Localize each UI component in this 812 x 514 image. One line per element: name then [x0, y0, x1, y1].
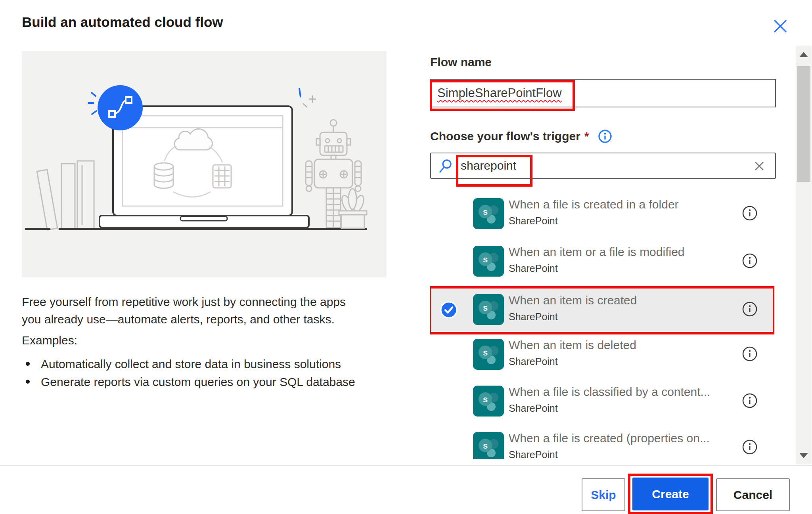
- trigger-app: SharePoint: [509, 403, 558, 414]
- trigger-row[interactable]: s When an item or a file is modified Sha…: [430, 240, 774, 283]
- dialog-description: Free yourself from repetitive work just …: [22, 293, 346, 328]
- trigger-search-input[interactable]: sharepoint: [430, 153, 776, 179]
- search-icon: [438, 159, 453, 174]
- trigger-row[interactable]: s When a file is classified by a content…: [430, 380, 774, 422]
- row-info-icon[interactable]: [742, 346, 758, 362]
- flow-name-label: Flow name: [430, 55, 492, 69]
- row-info-icon[interactable]: [742, 253, 758, 269]
- trigger-title: When a file is classified by a content..…: [509, 385, 710, 399]
- close-button[interactable]: [771, 17, 790, 36]
- required-marker: *: [584, 130, 589, 143]
- search-value: sharepoint: [461, 159, 516, 172]
- sharepoint-icon: s: [473, 386, 504, 417]
- footer-divider: [0, 465, 812, 466]
- row-info-icon[interactable]: [742, 205, 758, 221]
- svg-text:s: s: [483, 441, 488, 451]
- scrollbar-down-icon[interactable]: [799, 453, 808, 458]
- clear-search-icon[interactable]: [752, 159, 766, 173]
- example-item: Automatically collect and store data in …: [22, 355, 355, 373]
- trigger-title: When an item is deleted: [509, 338, 636, 352]
- create-annotation-box: Create: [628, 474, 713, 514]
- description-line: you already use—automate alerts, reports…: [22, 311, 346, 328]
- trigger-app: SharePoint: [509, 449, 558, 459]
- trigger-app: SharePoint: [509, 311, 558, 323]
- scrollbar[interactable]: [796, 46, 812, 464]
- trigger-app: SharePoint: [509, 215, 558, 227]
- trigger-title: When a file is created in a folder: [509, 198, 679, 211]
- scrollbar-up-icon[interactable]: [799, 52, 808, 57]
- cloud-flow-illustration: [22, 51, 387, 277]
- trigger-list: s When a file is created in a folder Sha…: [430, 191, 774, 459]
- trigger-title: When an item is created: [509, 294, 637, 307]
- trigger-title: When an item or a file is modified: [509, 245, 685, 259]
- row-info-icon[interactable]: [742, 301, 758, 317]
- sharepoint-icon: s: [473, 432, 504, 459]
- svg-text:s: s: [483, 207, 488, 217]
- svg-text:s: s: [483, 348, 488, 357]
- close-icon: [771, 17, 790, 36]
- trigger-app: SharePoint: [509, 263, 558, 274]
- sharepoint-icon: s: [473, 198, 504, 229]
- trigger-label: Choose your flow's trigger: [430, 130, 580, 143]
- scrollbar-thumb[interactable]: [797, 66, 810, 182]
- page-title: Build an automated cloud flow: [22, 14, 223, 30]
- laptop-robot-illustration-icon: [22, 51, 387, 277]
- trigger-title: When a file is created (properties on...: [509, 432, 710, 445]
- svg-text:s: s: [483, 394, 488, 404]
- row-info-icon[interactable]: [742, 393, 758, 409]
- trigger-app: SharePoint: [509, 356, 558, 367]
- svg-text:s: s: [483, 303, 488, 313]
- trigger-row[interactable]: s When an item is created SharePoint: [430, 288, 774, 331]
- build-flow-dialog: Build an automated cloud flow: [0, 0, 812, 514]
- description-line: Free yourself from repetitive work just …: [22, 293, 346, 311]
- flow-name-input[interactable]: SimpleSharePointFlow: [430, 79, 776, 107]
- skip-button[interactable]: Skip: [582, 478, 625, 511]
- cancel-button[interactable]: Cancel: [716, 478, 790, 511]
- trigger-row[interactable]: s When a file is created (properties on.…: [430, 426, 774, 459]
- trigger-info-icon[interactable]: [598, 129, 612, 143]
- flow-name-value: SimpleSharePointFlow: [437, 86, 562, 100]
- trigger-label-row: Choose your flow's trigger *: [430, 129, 612, 143]
- examples-heading: Examples:: [22, 334, 77, 347]
- row-info-icon[interactable]: [742, 439, 758, 455]
- trigger-row[interactable]: s When a file is created in a folder Sha…: [430, 192, 774, 235]
- examples-list: Automatically collect and store data in …: [22, 355, 355, 391]
- sharepoint-icon: s: [473, 294, 504, 325]
- sharepoint-icon: s: [473, 246, 504, 277]
- trigger-row[interactable]: s When an item is deleted SharePoint: [430, 333, 774, 376]
- example-item: Generate reports via custom queries on y…: [22, 373, 355, 391]
- selected-check-icon: [440, 301, 458, 319]
- svg-text:s: s: [483, 254, 488, 264]
- sharepoint-icon: s: [473, 339, 504, 370]
- create-button[interactable]: Create: [632, 478, 709, 510]
